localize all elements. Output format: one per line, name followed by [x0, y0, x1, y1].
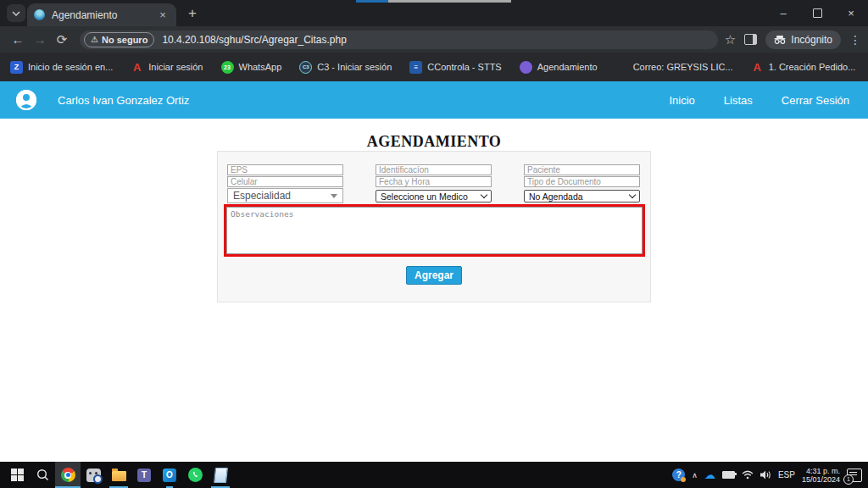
agendada-value: No Agendada: [529, 191, 583, 202]
tab-search-button[interactable]: [7, 4, 25, 22]
agregar-button[interactable]: Agregar: [406, 266, 462, 285]
forward-button[interactable]: →: [29, 29, 51, 51]
taskbar-search-button[interactable]: [30, 462, 55, 488]
notification-count-badge: 1: [843, 474, 854, 485]
window-controls: – ×: [766, 0, 868, 26]
browser-menu-icon[interactable]: ⋮: [849, 33, 861, 47]
user-name: Carlos Ivan Gonzalez Ortiz: [58, 94, 189, 107]
bookmark-label: 1. Creación Pedido...: [769, 62, 856, 72]
annotation-highlight-box: [224, 204, 645, 257]
help-icon[interactable]: ?: [672, 469, 685, 481]
close-button[interactable]: ×: [834, 0, 868, 26]
taskbar-chrome[interactable]: [55, 462, 81, 488]
nav-cerrar-sesion[interactable]: Cerrar Sesión: [782, 94, 849, 107]
nav-listas[interactable]: Listas: [724, 94, 753, 107]
tipo-documento-field[interactable]: [524, 176, 640, 187]
battery-icon[interactable]: [722, 471, 735, 479]
minimize-button[interactable]: –: [766, 0, 800, 26]
taskbar-apps: T O: [0, 462, 233, 488]
bookmark-iniciar-sesion[interactable]: A Iniciar sesión: [131, 61, 203, 74]
bookmark-ccontrola[interactable]: ≡ CControla - STTS: [409, 61, 501, 74]
agendada-select[interactable]: No Agendada: [524, 190, 640, 202]
teams-icon: T: [137, 469, 151, 482]
bookmark-inicio-sesion[interactable]: Z Inicio de sesión en...: [10, 61, 113, 74]
new-tab-button[interactable]: +: [183, 4, 202, 23]
security-chip[interactable]: ⚠ No seguro: [84, 32, 154, 47]
tab-title: Agendamiento: [52, 9, 156, 21]
nav-inicio[interactable]: Inicio: [669, 94, 694, 107]
notepad-icon: [214, 468, 228, 483]
screen-share-progress-strip: [356, 0, 511, 3]
bookmark-label: CControla - STTS: [427, 62, 501, 72]
especialidad-select[interactable]: Especialidad: [227, 188, 343, 203]
appointment-form: Especialidad Seleccione un Medico No Age…: [217, 151, 651, 302]
bookmark-label: Correo: GREYSIS LIC...: [633, 62, 733, 72]
bookmark-c3[interactable]: C3 C3 - Iniciar sesión: [299, 61, 392, 74]
tray-chevron-icon[interactable]: ∧: [692, 471, 698, 480]
ccontrola-logo-icon: ≡: [409, 61, 422, 74]
time-text: 4:31 p. m.: [802, 467, 840, 475]
bookmark-star-icon[interactable]: ☆: [725, 32, 736, 47]
app-nav: Inicio Listas Cerrar Sesión: [669, 94, 853, 107]
volume-icon[interactable]: [760, 470, 771, 480]
taskbar-file-explorer[interactable]: [106, 462, 131, 488]
progress-fill: [356, 0, 388, 3]
address-bar[interactable]: ⚠ No seguro 10.4.20.108/sghu/Src/Agregar…: [80, 30, 718, 49]
incognito-badge: Incógnito: [765, 30, 841, 49]
screen: Agendamiento × + – × ← → ⟳ ⚠ No seguro 1…: [0, 0, 868, 488]
identificacion-field[interactable]: [376, 164, 492, 175]
notification-center-icon[interactable]: 1: [847, 469, 862, 482]
red-a-logo-icon: A: [131, 61, 143, 74]
search-icon: [36, 469, 49, 481]
red-a-logo-icon: A: [751, 61, 764, 74]
especialidad-value: Especialidad: [233, 190, 291, 202]
microsoft-logo-icon: [615, 61, 628, 74]
folder-icon: [112, 471, 126, 481]
side-panel-icon[interactable]: [744, 34, 757, 45]
taskbar-notepad[interactable]: [208, 462, 233, 488]
onedrive-cloud-icon[interactable]: ☁: [704, 469, 715, 481]
z-logo-icon: Z: [10, 61, 23, 74]
browser-tab-agendamiento[interactable]: Agendamiento ×: [27, 3, 176, 26]
fecha-hora-field[interactable]: [376, 176, 492, 187]
eps-field[interactable]: [227, 164, 343, 175]
back-button[interactable]: ←: [7, 29, 29, 51]
taskbar-outlook[interactable]: O: [157, 462, 182, 488]
taskbar-whatsapp[interactable]: [182, 462, 208, 488]
taskbar-clock[interactable]: 4:31 p. m. 15/01/2024: [802, 467, 840, 484]
start-button[interactable]: [4, 462, 30, 488]
bookmark-creacion-pedido[interactable]: A 1. Creación Pedido...: [751, 61, 856, 74]
date-text: 15/01/2024: [802, 475, 840, 484]
toolbar-right: ☆ Incógnito ⋮: [725, 30, 861, 49]
bookmark-correo[interactable]: Correo: GREYSIS LIC...: [615, 61, 733, 74]
url-text[interactable]: 10.4.20.108/sghu/Src/Agregar_Citas.php: [162, 34, 346, 46]
whatsapp-icon: [188, 468, 203, 482]
agendamiento-logo-icon: [520, 61, 532, 74]
medico-select[interactable]: Seleccione un Medico: [376, 190, 492, 202]
bookmark-label: WhatsApp: [239, 62, 282, 72]
app-header: Carlos Ivan Gonzalez Ortiz Inicio Listas…: [0, 81, 868, 119]
celular-field[interactable]: [227, 176, 343, 187]
restore-button[interactable]: [800, 0, 834, 26]
bookmark-whatsapp[interactable]: 23 WhatsApp: [221, 61, 282, 74]
user-avatar-icon[interactable]: [15, 89, 37, 111]
restore-icon: [813, 8, 822, 18]
language-indicator[interactable]: ESP: [778, 470, 795, 480]
bookmark-agendamiento[interactable]: Agendamiento: [520, 61, 598, 74]
dropdown-arrow-icon: [481, 191, 487, 198]
reload-button[interactable]: ⟳: [51, 29, 73, 51]
taskbar-teams[interactable]: T: [131, 462, 157, 488]
bookmark-label: C3 - Iniciar sesión: [317, 62, 392, 72]
page-title: AGENDAMIENTO: [0, 119, 868, 151]
windows-logo-icon: [11, 469, 24, 481]
paciente-field[interactable]: [524, 164, 640, 175]
robot-search-icon: [86, 469, 101, 482]
tab-close-icon[interactable]: ×: [156, 8, 170, 21]
dropdown-arrow-icon: [629, 191, 636, 198]
wifi-icon[interactable]: [742, 470, 754, 480]
c3-logo-icon: C3: [299, 61, 312, 74]
taskbar-robot-app[interactable]: [81, 462, 106, 488]
incognito-label: Incógnito: [791, 34, 832, 46]
observaciones-textarea[interactable]: [226, 207, 643, 254]
outlook-icon: O: [163, 469, 176, 482]
